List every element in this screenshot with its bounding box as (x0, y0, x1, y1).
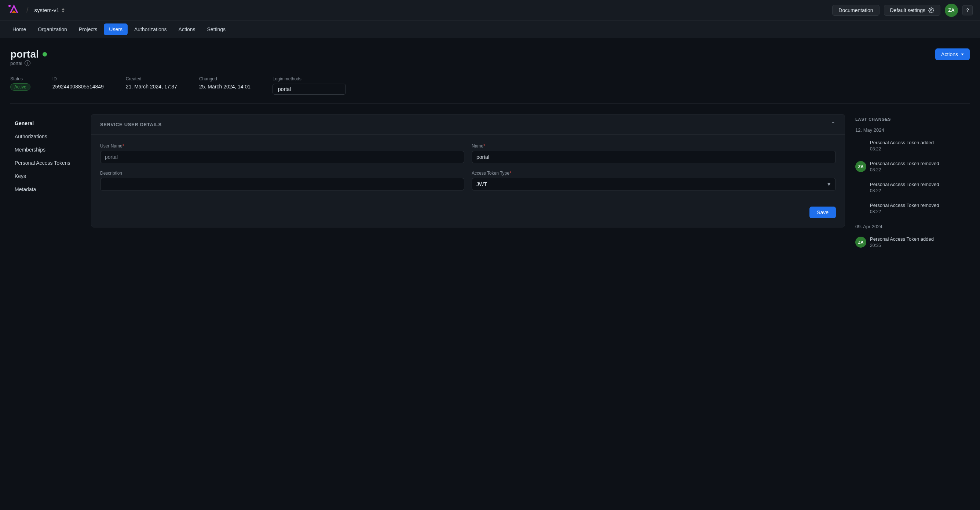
change-avatar-placeholder (855, 140, 866, 151)
meta-status: Status Active (10, 76, 30, 95)
sidebar-item-memberships[interactable]: Memberships (10, 143, 91, 156)
nav-item-users[interactable]: Users (104, 24, 127, 35)
change-avatar-placeholder-3 (855, 203, 866, 214)
navbar: Home Organization Projects Users Authori… (0, 21, 980, 38)
svg-point-2 (8, 5, 11, 7)
nav-item-organization[interactable]: Organization (33, 24, 72, 35)
form-group-description: Description (100, 171, 465, 190)
username-label: User Name* (100, 143, 465, 148)
meta-id: ID 259244008805514849 (52, 76, 104, 95)
default-settings-button[interactable]: Default settings (884, 5, 941, 16)
access-token-type-wrapper: JWT Bearer Basic ▼ (472, 178, 836, 190)
changes-panel: LAST CHANGES 12. May 2024 Personal Acces… (845, 114, 970, 258)
main-layout: General Authorizations Memberships Perso… (10, 114, 970, 258)
project-name: system-v1 (35, 7, 59, 13)
form-row-description: Description Access Token Type* JWT Beare… (100, 171, 836, 190)
id-label: ID (52, 76, 104, 81)
documentation-button[interactable]: Documentation (832, 5, 879, 16)
panel-collapse-button[interactable]: ⌃ (830, 120, 836, 128)
save-button[interactable]: Save (810, 207, 836, 218)
app-logo[interactable] (7, 3, 21, 17)
access-token-type-label: Access Token Type* (472, 171, 836, 176)
change-text-0-3: Personal Access Token removed 08:22 (870, 202, 939, 215)
created-label: Created (126, 76, 177, 81)
changes-date-1: 09. Apr 2024 (855, 224, 970, 230)
form-row-name: User Name* Name* (100, 143, 836, 163)
change-avatar-placeholder-2 (855, 182, 866, 193)
changes-date-0: 12. May 2024 (855, 128, 970, 133)
last-changes-title: LAST CHANGES (855, 117, 970, 121)
settings-label: Default settings (890, 7, 926, 13)
breadcrumb-separator: / (26, 6, 29, 14)
changes-group-1: 09. Apr 2024 ZA Personal Access Token ad… (855, 224, 970, 252)
meta-changed: Changed 25. March 2024, 14:01 (199, 76, 250, 95)
description-label: Description (100, 171, 465, 176)
name-input[interactable] (472, 151, 836, 163)
id-value: 259244008805514849 (52, 84, 104, 89)
form-group-access-token-type: Access Token Type* JWT Bearer Basic ▼ (472, 171, 836, 190)
user-avatar[interactable]: ZA (945, 4, 958, 17)
form-group-username: User Name* (100, 143, 465, 163)
panel-body: User Name* Name* Desc (91, 135, 845, 207)
username-input[interactable] (100, 151, 465, 163)
content-area: SERVICE USER DETAILS ⌃ User Name* (91, 114, 845, 258)
topbar-actions: Documentation Default settings ZA ? (832, 4, 973, 17)
help-button[interactable]: ? (963, 5, 973, 15)
user-name: portal (10, 48, 39, 60)
change-text-0-0: Personal Access Token added 08:22 (870, 139, 934, 152)
actions-button[interactable]: Actions (935, 48, 970, 60)
login-methods-label: Login methods (272, 76, 346, 81)
panel-footer: Save (91, 207, 845, 227)
project-stepper[interactable] (62, 8, 65, 13)
topbar: / system-v1 Documentation Default settin… (0, 0, 980, 21)
form-group-name: Name* (472, 143, 836, 163)
created-value: 21. March 2024, 17:37 (126, 84, 177, 89)
change-text-0-1: Personal Access Token removed 08:22 (870, 160, 939, 173)
change-entry-1-0: ZA Personal Access Token added 20:35 (855, 233, 970, 252)
sidebar: General Authorizations Memberships Perso… (10, 114, 91, 258)
nav-item-settings[interactable]: Settings (202, 24, 231, 35)
name-label: Name* (472, 143, 836, 148)
status-badge: Active (10, 83, 30, 91)
sidebar-item-authorizations[interactable]: Authorizations (10, 130, 91, 143)
page-content: portal portal i Actions Status Active ID… (0, 38, 980, 258)
description-input[interactable] (100, 178, 465, 190)
change-avatar-0-1: ZA (855, 161, 866, 172)
sidebar-item-keys[interactable]: Keys (10, 170, 91, 182)
access-token-type-select[interactable]: JWT Bearer Basic (472, 178, 836, 190)
sidebar-item-personal-access-tokens[interactable]: Personal Access Tokens (10, 157, 91, 169)
gear-icon (928, 7, 934, 13)
nav-item-authorizations[interactable]: Authorizations (129, 24, 172, 35)
changed-value: 25. March 2024, 14:01 (199, 84, 250, 89)
status-label: Status (10, 76, 30, 81)
nav-item-actions[interactable]: Actions (173, 24, 200, 35)
user-header: portal portal i Actions (10, 48, 970, 73)
login-method-value: portal (272, 84, 346, 95)
user-title: portal (10, 48, 47, 60)
change-entry-0-2: Personal Access Token removed 08:22 (855, 178, 970, 197)
info-icon[interactable]: i (25, 60, 30, 66)
change-entry-0-3: Personal Access Token removed 08:22 (855, 199, 970, 218)
change-text-1-0: Personal Access Token added 20:35 (870, 236, 934, 249)
sidebar-item-metadata[interactable]: Metadata (10, 183, 91, 196)
change-text-0-2: Personal Access Token removed 08:22 (870, 181, 939, 194)
change-avatar-1-0: ZA (855, 237, 866, 248)
meta-created: Created 21. March 2024, 17:37 (126, 76, 177, 95)
meta-row: Status Active ID 259244008805514849 Crea… (10, 76, 970, 104)
panel-header: SERVICE USER DETAILS ⌃ (91, 115, 845, 135)
actions-label: Actions (941, 51, 958, 57)
nav-item-projects[interactable]: Projects (74, 24, 103, 35)
chevron-down-icon (961, 54, 964, 56)
project-selector[interactable]: system-v1 (35, 7, 65, 13)
nav-item-home[interactable]: Home (7, 24, 31, 35)
change-entry-0-0: Personal Access Token added 08:22 (855, 137, 970, 155)
changes-group-0: 12. May 2024 Personal Access Token added… (855, 128, 970, 218)
user-subtitle-text: portal (10, 61, 22, 66)
user-subtitle: portal i (10, 60, 47, 66)
meta-login-methods: Login methods portal (272, 76, 346, 95)
status-indicator (43, 52, 47, 56)
changed-label: Changed (199, 76, 250, 81)
sidebar-item-general[interactable]: General (10, 117, 91, 129)
service-user-details-panel: SERVICE USER DETAILS ⌃ User Name* (91, 114, 845, 228)
change-entry-0-1: ZA Personal Access Token removed 08:22 (855, 158, 970, 176)
